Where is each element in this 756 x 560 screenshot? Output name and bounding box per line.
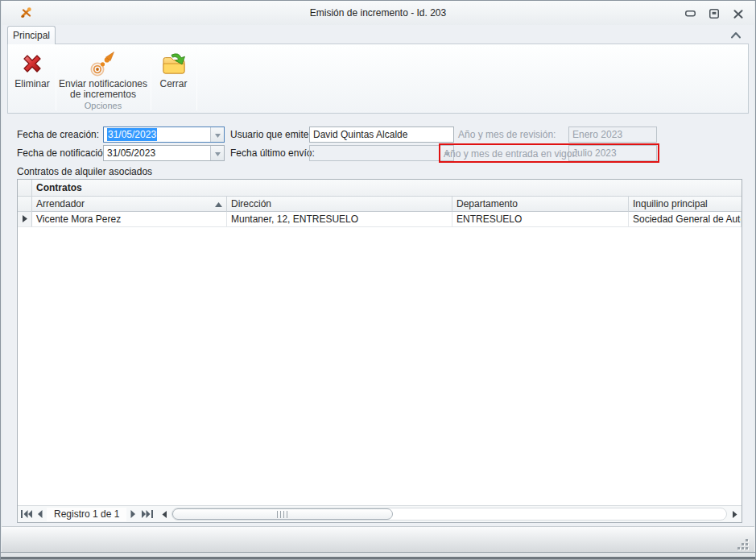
record-indicator: Registro 1 de 1	[47, 508, 126, 521]
vigor-input: Julio 2023	[568, 145, 657, 161]
ultimo-envio-value	[310, 146, 440, 160]
revision-value: Enero 2023	[569, 127, 656, 142]
ribbon: Eliminar Enviar notificaciones de increm…	[7, 44, 749, 114]
enviar-notificaciones-label: Enviar notificaciones de incrementos	[56, 79, 150, 100]
first-record-button[interactable]	[19, 508, 33, 521]
fecha-creacion-label: Fecha de creación:	[17, 127, 99, 143]
minimize-button[interactable]	[682, 7, 698, 20]
group-caption-opciones: Opciones	[56, 101, 150, 110]
ultimo-envio-label: Fecha último envío:	[230, 146, 315, 161]
red-x-icon	[19, 48, 46, 79]
tab-principal[interactable]: Principal	[7, 26, 56, 44]
revision-label: Año y mes de revisión:	[458, 127, 556, 143]
row-indicator-cell	[18, 212, 32, 227]
window-bottom-border	[1, 552, 755, 560]
cerrar-label: Cerrar	[159, 79, 187, 89]
fecha-notificacion-label: Fecha de notificación:	[17, 146, 111, 161]
window: Emisión de incremento - Id. 203 Principa…	[0, 0, 756, 560]
eliminar-button[interactable]: Eliminar	[10, 46, 55, 101]
revision-input: Enero 2023	[568, 127, 657, 143]
last-record-button[interactable]	[140, 508, 154, 521]
ultimo-envio-input	[309, 145, 454, 161]
cell-arrendador[interactable]: Vicente Mora Perez	[32, 212, 227, 227]
record-navigator: Registro 1 de 1	[18, 505, 742, 522]
cell-inquilino-principal[interactable]: Sociedad General de Autores	[629, 212, 742, 227]
row-indicator-header	[18, 197, 32, 212]
previous-record-button[interactable]	[33, 508, 47, 521]
chevron-down-icon	[215, 129, 221, 140]
sort-asc-icon	[215, 197, 222, 211]
scrollbar-grip-icon	[277, 511, 288, 518]
row-arrow-icon	[23, 214, 27, 225]
fecha-notificacion-value: 31/05/2023	[104, 146, 210, 160]
chevron-up-icon	[730, 30, 742, 41]
scrollbar-thumb[interactable]	[172, 508, 393, 520]
restore-button[interactable]	[706, 7, 722, 20]
window-title: Emisión de incremento - Id. 203	[2, 7, 754, 19]
usuario-emite-label: Usuario que emite:	[230, 127, 312, 143]
enviar-notificaciones-button[interactable]: Enviar notificaciones de incrementos	[56, 46, 150, 101]
next-record-button[interactable]	[126, 508, 140, 521]
ribbon-collapse-button[interactable]	[729, 31, 742, 40]
resize-grip[interactable]	[737, 538, 748, 550]
grid-header-row: Arrendador Dirección Departamento Inquil…	[18, 197, 742, 212]
horizontal-scrollbar[interactable]	[171, 508, 727, 521]
band-header-contratos: Contratos	[32, 180, 742, 197]
fecha-creacion-value: 31/05/2023	[107, 128, 157, 141]
row-indicator-header	[18, 180, 32, 197]
grid-band-row: Contratos	[18, 180, 742, 197]
broadcast-arrow-icon	[89, 48, 117, 79]
usuario-emite-value: David Quintas Alcalde	[310, 127, 453, 142]
tab-principal-label: Principal	[13, 30, 50, 41]
ribbon-separator	[196, 47, 197, 110]
fecha-creacion-dropdown-button[interactable]	[210, 127, 224, 142]
scroll-left-button[interactable]	[159, 508, 169, 521]
status-bar	[2, 526, 754, 552]
scroll-right-button[interactable]	[729, 508, 740, 521]
column-header-inquilino-principal[interactable]: Inquilino principal	[629, 197, 742, 212]
column-header-departamento[interactable]: Departamento	[452, 197, 629, 212]
cerrar-button[interactable]: Cerrar	[151, 46, 196, 101]
eliminar-label: Eliminar	[14, 79, 49, 89]
vigor-label: Año y mes de entrada en vigor:	[444, 147, 578, 162]
grid-section-caption: Contratos de alquiler asociados	[17, 164, 152, 180]
cell-direccion[interactable]: Muntaner, 12, ENTRESUELO	[227, 212, 452, 227]
vigor-value: Julio 2023	[569, 146, 656, 160]
column-header-arrendador[interactable]: Arrendador	[32, 197, 227, 212]
fecha-creacion-input[interactable]: 31/05/2023	[103, 127, 225, 143]
fecha-notificacion-dropdown-button[interactable]	[210, 146, 224, 160]
close-button[interactable]	[730, 7, 746, 20]
chevron-down-icon	[215, 147, 221, 159]
table-row[interactable]: Vicente Mora Perez Muntaner, 12, ENTRESU…	[18, 212, 742, 227]
contratos-grid: Contratos Arrendador Dirección Departame…	[17, 179, 742, 523]
title-bar: Emisión de incremento - Id. 203	[2, 1, 754, 25]
folder-arrow-icon	[160, 48, 188, 79]
fecha-notificacion-input[interactable]: 31/05/2023	[103, 145, 225, 161]
usuario-emite-input[interactable]: David Quintas Alcalde	[309, 127, 454, 143]
column-header-direccion[interactable]: Dirección	[227, 197, 452, 212]
cell-departamento[interactable]: ENTRESUELO	[452, 212, 629, 227]
